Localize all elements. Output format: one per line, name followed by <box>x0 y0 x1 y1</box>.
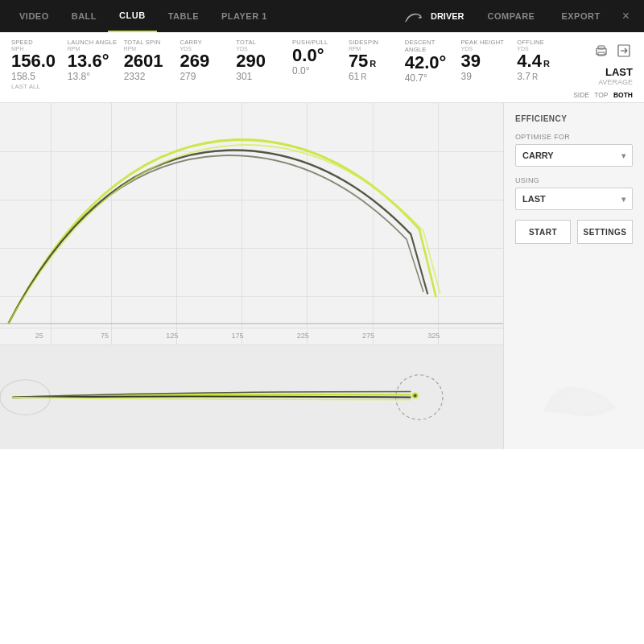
top-chart <box>0 345 503 449</box>
stat-descent-label: DESCENT ANGLE <box>405 39 455 53</box>
stat-descent-sub: 40.7° <box>405 72 455 84</box>
nav-video[interactable]: VIDEO <box>8 0 60 32</box>
toggle-top[interactable]: TOP <box>594 91 608 99</box>
stat-carry-main: 269 <box>180 52 229 71</box>
stat-offline-sub: 3.7 <box>517 71 530 82</box>
stat-peak-sub: 39 <box>461 71 511 82</box>
nav-export[interactable]: EXPORT <box>550 0 611 32</box>
toggle-both[interactable]: BOTH <box>613 91 633 99</box>
stat-total-main: 290 <box>236 52 286 71</box>
svg-line-0 <box>406 20 407 22</box>
view-toggles: SIDE TOP BOTH <box>573 91 633 99</box>
nav-table[interactable]: TABLE <box>157 0 210 32</box>
stat-offline-main: 4.4 <box>517 52 542 71</box>
stat-total-sub: 301 <box>236 71 286 82</box>
stat-pushpull-sub: 0.0° <box>292 65 342 76</box>
stat-pushpull: PUSH/PULL 0.0° 0.0° <box>292 39 349 77</box>
stat-sidespin-label: SIDESPIN <box>349 39 398 46</box>
stat-descent-main: 42.0° <box>405 53 455 72</box>
stat-total-label: TOTAL <box>236 39 286 46</box>
nav-ball[interactable]: BALL <box>60 0 108 32</box>
main-content: 25 75 125 175 225 275 325 <box>0 103 644 449</box>
optimise-chevron: ▾ <box>621 151 625 160</box>
stat-spin-sub: 2332 <box>124 71 174 82</box>
stats-row: SPEED MPH 156.0 158.5 LAST ALL LAUNCH AN… <box>0 32 644 103</box>
top-view-svg <box>0 345 503 449</box>
stat-offline-label: OFFLINE <box>517 39 567 46</box>
using-dropdown[interactable]: LAST ▾ <box>515 188 633 210</box>
stat-spin-main: 2601 <box>124 52 174 71</box>
optimise-label: OPTIMISE FOR <box>515 133 633 141</box>
stat-launch-main: 13.6° <box>68 52 118 71</box>
driver-label: DRIVER <box>431 11 464 21</box>
stat-peak-label: PEAK HEIGHT <box>461 39 511 46</box>
stat-offline-sub-suffix: R <box>532 72 538 81</box>
svg-point-12 <box>414 394 417 398</box>
stat-offline-suffix: R <box>543 59 550 68</box>
trajectory-svg <box>0 103 503 345</box>
optimise-value: CARRY <box>522 151 554 160</box>
btn-row: START SETTINGS <box>515 220 633 244</box>
stat-pushpull-main: 0.0° <box>292 46 342 65</box>
toggle-side[interactable]: SIDE <box>573 91 589 99</box>
stat-sidespin-suffix: R <box>369 59 376 68</box>
share-icon[interactable] <box>615 42 633 60</box>
optimise-dropdown[interactable]: CARRY ▾ <box>515 144 633 167</box>
stats-right-col: LAST AVERAGE SIDE TOP BOTH <box>573 39 633 99</box>
brand-watermark <box>532 375 637 430</box>
stat-carry-label: CARRY <box>180 39 229 46</box>
stat-total: TOTAL YDS 290 301 <box>236 39 292 83</box>
nav-club[interactable]: CLUB <box>108 0 157 32</box>
side-panel: EFFICIENCY OPTIMISE FOR CARRY ▾ USING LA… <box>503 103 644 449</box>
stat-speed: SPEED MPH 156.0 158.5 LAST ALL <box>11 39 68 90</box>
using-chevron: ▾ <box>621 195 625 204</box>
trajectory-chart: 25 75 125 175 225 275 325 <box>0 103 503 345</box>
stat-peak: PEAK HEIGHT YDS 39 39 <box>461 39 518 83</box>
efficiency-title: EFFICIENCY <box>515 114 633 123</box>
driver-icon <box>404 9 423 23</box>
stat-spin-label: TOTAL SPIN <box>124 39 174 46</box>
stat-peak-main: 39 <box>461 52 511 71</box>
print-icon[interactable] <box>592 42 610 60</box>
stat-sidespin: SIDESPIN RPM 75 R 61 R <box>349 39 405 83</box>
stat-speed-label: SPEED <box>11 39 61 46</box>
average-label: AVERAGE <box>598 78 633 86</box>
stat-launch-sub: 13.8° <box>68 71 118 82</box>
stat-sidespin-sub: 61 <box>349 71 359 82</box>
nav-bar: VIDEO BALL CLUB TABLE PLAYER 1 DRIVER CO… <box>0 0 644 32</box>
stat-descent: DESCENT ANGLE 42.0° 40.7° <box>405 39 461 85</box>
stat-speed-sub: 158.5 <box>11 71 61 82</box>
close-button[interactable]: × <box>616 9 636 23</box>
stat-sidespin-sub-suffix: R <box>361 72 366 81</box>
stat-sidespin-main: 75 <box>349 52 368 71</box>
last-label: LAST <box>598 66 633 78</box>
stat-launch: LAUNCH ANGLE RPM 13.6° 13.8° <box>68 39 124 83</box>
stat-carry: CARRY YDS 269 279 <box>180 39 236 83</box>
icons-row <box>592 39 633 63</box>
nav-player1[interactable]: PLAYER 1 <box>210 0 279 32</box>
stat-spin: TOTAL SPIN RPM 2601 2332 <box>124 39 180 83</box>
using-value: LAST <box>522 194 546 204</box>
stat-speed-main: 156.0 <box>11 52 61 71</box>
stat-speed-sublabel: LAST ALL <box>11 83 61 90</box>
stat-carry-sub: 279 <box>180 71 229 82</box>
stat-launch-label: LAUNCH ANGLE <box>68 39 118 46</box>
stat-offline: OFFLINE YDS 4.4 R 3.7 R <box>517 39 573 83</box>
charts-area: 25 75 125 175 225 275 325 <box>0 103 503 449</box>
nav-compare[interactable]: COMPARE <box>477 0 547 32</box>
settings-button[interactable]: SETTINGS <box>577 220 633 244</box>
start-button[interactable]: START <box>515 220 571 244</box>
using-label: USING <box>515 176 633 184</box>
